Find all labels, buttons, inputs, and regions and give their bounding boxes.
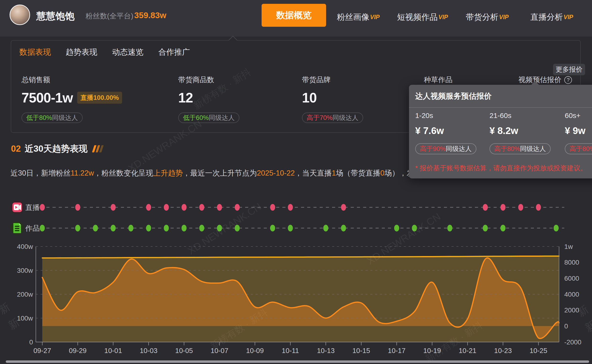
popup-col-21-60s: 21-60s¥ 8.2w高于80%同级达人	[489, 111, 551, 154]
live-day-dot	[182, 204, 187, 211]
stat-value: 12	[178, 90, 193, 106]
stat-value: 7500-1w	[21, 90, 73, 106]
works-day-dot	[199, 225, 204, 231]
works-day-dot	[164, 225, 169, 231]
x-axis-label: 10-09	[246, 347, 264, 354]
stat-card-1: 带货商品数12低于60%同级达人	[178, 75, 239, 123]
live-day-dot	[536, 204, 541, 211]
works-day-dot	[111, 225, 116, 231]
left-axis-tick-label: 300w	[17, 267, 33, 274]
help-icon[interactable]: ?	[564, 76, 572, 84]
summary-text: ，当天直播	[295, 169, 332, 177]
pill-highlight: 低于60%	[183, 113, 209, 122]
tab-合作推广[interactable]: 合作推广	[158, 47, 190, 58]
popup-duration: 21-60s	[489, 111, 551, 120]
works-day-dot	[75, 225, 80, 231]
popup-duration: 60s+	[565, 111, 592, 120]
x-axis-label: 09-27	[33, 347, 51, 354]
popup-divider	[409, 107, 592, 108]
live-day-dot	[341, 204, 346, 211]
vip-badge: VIP	[370, 14, 380, 20]
live-icon	[13, 202, 22, 212]
stat-value-row: 10	[302, 90, 363, 105]
summary-highlight: 2025-10-22	[257, 169, 295, 177]
trend-bars-icon	[93, 145, 103, 152]
summary-text: ，粉丝数变化呈现	[94, 169, 153, 177]
trend-summary: 近30日，新增粉丝11.22w，粉丝数变化呈现上升趋势，最近一次上升节点为202…	[11, 168, 448, 178]
peer-compare-pill: 低于60%同级达人	[178, 112, 239, 123]
trend-chart: 400w300w200w100w01w80006000400020000-200…	[0, 198, 592, 359]
stat-card-2: 带货品牌10高于70%同级达人	[302, 75, 363, 123]
popup-col-1-20s: 1-20s¥ 7.6w高于90%同级达人	[415, 111, 476, 154]
popup-price: ¥ 8.2w	[489, 125, 551, 136]
works-legend-label: 作品	[25, 224, 40, 232]
nav-item-2[interactable]: 短视频作品VIP	[397, 12, 448, 23]
works-day-dot	[234, 225, 240, 231]
works-day-dot	[40, 225, 45, 231]
x-axis-label: 10-01	[104, 347, 122, 354]
x-axis-label: 10-15	[352, 347, 370, 354]
stat-value: 10	[302, 90, 317, 106]
right-axis-tick-label: -2000	[564, 338, 581, 346]
vip-badge: VIP	[438, 14, 448, 20]
pill-highlight: 低于80%	[26, 113, 52, 122]
pill-highlight: 高于80%	[570, 144, 592, 153]
nav-item-3[interactable]: 带货分析VIP	[466, 12, 509, 23]
works-day-dot	[341, 225, 346, 231]
tab-动态速览[interactable]: 动态速览	[112, 47, 143, 58]
tab-趋势表现[interactable]: 趋势表现	[66, 47, 97, 58]
x-axis-label: 10-17	[388, 347, 405, 354]
tab-数据表现[interactable]: 数据表现	[19, 47, 51, 58]
popup-col-60s+: 60s+¥ 9w高于80%同级达人	[565, 111, 592, 154]
live-day-dot	[111, 204, 116, 211]
summary-text: ，最近一次上升节点为	[183, 169, 257, 177]
live-day-dot	[146, 204, 151, 211]
peer-compare-pill: 低于80%同级达人	[21, 112, 83, 123]
stat-card-0: 总销售额7500-1w直播100.00%低于80%同级达人	[21, 75, 122, 123]
left-axis-tick-label: 100w	[17, 315, 33, 322]
live-day-dot	[199, 204, 204, 211]
header: 慧慧饱饱 粉丝数(全平台) 359.83w 数据概览粉丝画像VIP短视频作品VI…	[0, 0, 592, 37]
horizontal-scrollbar-thumb[interactable]	[6, 360, 589, 363]
nav-item-0-active[interactable]: 数据概览	[262, 4, 326, 27]
section-header: 02 近30天趋势表现	[11, 143, 103, 155]
vip-badge: VIP	[564, 14, 573, 20]
summary-highlight: 0	[380, 169, 384, 177]
x-axis-label: 10-21	[459, 347, 476, 354]
right-axis-tick-label: 4000	[564, 291, 579, 298]
works-day-dot	[412, 225, 417, 231]
summary-highlight: 1	[332, 169, 336, 177]
left-axis-tick-label: 400w	[17, 243, 33, 250]
stat-label: 视频预估报价?	[518, 75, 572, 85]
nav-item-1[interactable]: 粉丝画像VIP	[337, 12, 380, 23]
pill-highlight: 高于80%	[494, 144, 520, 153]
x-axis-label: 10-11	[282, 347, 299, 354]
fans-count: 359.83w	[134, 11, 166, 20]
stat-value-row: 7500-1w直播100.00%	[21, 90, 122, 105]
stat-label: 种草作品	[424, 75, 452, 85]
stat-label: 总销售额	[21, 75, 122, 85]
works-day-dot	[182, 225, 187, 231]
works-day-dot	[146, 225, 151, 231]
peer-compare-pill: 高于70%同级达人	[302, 112, 363, 123]
popup-peer-pill: 高于90%同级达人	[415, 143, 476, 154]
live-day-dot	[217, 204, 222, 211]
stat-card-3: 种草作品	[424, 75, 452, 85]
right-axis-tick-label: 1w	[564, 243, 573, 250]
live-day-dot	[234, 204, 240, 211]
popup-note: * 报价基于账号数据估算，请勿直接作为投放或投资建议。	[415, 164, 587, 173]
works-day-dot	[270, 225, 275, 231]
live-legend-label: 直播	[25, 203, 40, 211]
nav-item-4[interactable]: 直播分析VIP	[530, 12, 573, 23]
stat-label-text: 带货商品数	[178, 75, 214, 85]
right-axis-tick-label: 0	[564, 322, 568, 330]
right-axis-tick-label: 2000	[564, 306, 579, 314]
stat-label-text: 总销售额	[21, 75, 50, 85]
left-axis-tick-label: 0	[29, 338, 33, 346]
section-index: 02	[11, 144, 21, 154]
live-share-badge: 直播100.00%	[77, 92, 122, 104]
live-day-dot	[270, 204, 275, 211]
live-day-dot	[75, 204, 80, 211]
works-day-dot	[93, 225, 98, 231]
more-quotes-button[interactable]: 更多报价	[553, 64, 585, 75]
